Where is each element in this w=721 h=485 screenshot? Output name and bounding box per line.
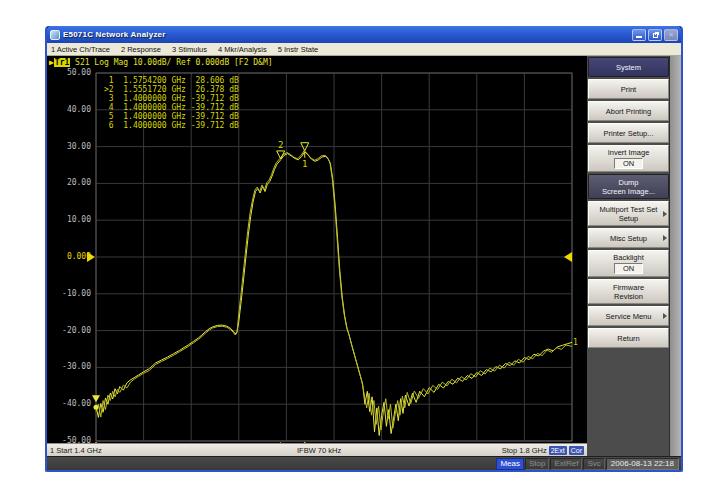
correction-badge: Cor	[569, 446, 584, 455]
close-button[interactable]: ×	[664, 29, 678, 41]
title-bar[interactable]: E5071C Network Analyzer ×	[47, 26, 681, 43]
display-area: ▶Tr1 S21 Log Mag 10.00dB/ Ref 0.000dB [F…	[47, 56, 587, 456]
y-axis-tick-label: -10.00	[57, 289, 91, 298]
ext-trigger-badge: 2Ext	[549, 446, 567, 455]
marker-number-label: 2	[278, 140, 283, 150]
app-icon	[50, 30, 60, 40]
extref-status-badge: ExtRef	[550, 458, 582, 470]
ifbw-readout: IFBW 70 kHz	[297, 446, 341, 455]
svc-status-badge: Svc	[583, 458, 604, 470]
minimize-button[interactable]	[632, 29, 646, 41]
softkey-backlight[interactable]: BacklightON	[588, 250, 669, 277]
trace-format-text: S21 Log Mag 10.00dB/ Ref 0.000dB [F2 D&M…	[70, 58, 272, 67]
ref-level-arrow-right-icon	[564, 252, 572, 262]
softkey-firmware-revision[interactable]: FirmwareRevision	[588, 279, 669, 304]
y-axis-tick-label: -20.00	[57, 326, 91, 335]
y-axis-tick-label: 20.00	[57, 178, 91, 187]
softkey-multiport-test-set-setup[interactable]: Multiport Test SetSetup	[588, 201, 669, 226]
start-frequency: 1 Start 1.4 GHz	[50, 446, 102, 455]
marker-readout-table: 1 1.5754200 GHz 28.606 dB>2 1.5551720 GH…	[104, 76, 239, 130]
softkey-service-menu[interactable]: Service Menu	[588, 306, 669, 326]
softkey-abort-printing[interactable]: Abort Printing	[588, 101, 669, 121]
y-axis-tick-label: 30.00	[57, 142, 91, 151]
menu-item-3[interactable]: 3 Stimulus	[172, 45, 207, 54]
ref-level-arrow-left-icon	[87, 252, 95, 262]
y-axis-tick-label: 10.00	[57, 215, 91, 224]
marker-glyph-dot	[94, 405, 99, 410]
toggle-state: ON	[614, 263, 643, 274]
softkey-column: SystemPrintAbort PrintingPrinter Setup..…	[587, 56, 669, 456]
marker-readout-row: 1 1.5754200 GHz 28.606 dB	[104, 76, 239, 85]
y-axis-tick-label: 40.00	[57, 105, 91, 114]
softkey-system[interactable]: System	[588, 57, 669, 77]
channel-status-bar: 1 Start 1.4 GHz IFBW 70 kHz Stop 1.8 GHz…	[47, 443, 587, 456]
menu-item-2[interactable]: 2 Response	[121, 45, 161, 54]
instrument-status-bar: Meas Stop ExtRef Svc 2006-08-13 22:18	[47, 456, 681, 470]
marker-readout-row: 6 1.4000000 GHz -39.712 dB	[104, 121, 239, 130]
submenu-arrow-icon	[663, 313, 667, 319]
y-axis-tick-label: -40.00	[57, 399, 91, 408]
softkey-return[interactable]: Return	[588, 328, 669, 348]
softkey-invert-image[interactable]: Invert ImageON	[588, 145, 669, 172]
y-axis-tick-label: 0.000	[57, 252, 91, 261]
marker-glyph-filled	[92, 395, 100, 402]
softkey-sidebar: SystemPrintAbort PrintingPrinter Setup..…	[587, 56, 681, 456]
menu-item-5[interactable]: 5 Instr State	[278, 45, 318, 54]
stop-status-badge: Stop	[525, 458, 549, 470]
minimize-icon	[636, 36, 642, 38]
stop-frequency: Stop 1.8 GHz	[502, 446, 547, 455]
marker-number-label: 1	[302, 159, 307, 169]
toggle-state: ON	[614, 158, 643, 169]
menu-item-4[interactable]: 4 Mkr/Analysis	[218, 45, 267, 54]
trace-label[interactable]: Tr1	[54, 58, 70, 67]
restore-button[interactable]	[648, 29, 662, 41]
window-title: E5071C Network Analyzer	[63, 30, 632, 39]
softkey-misc-setup[interactable]: Misc Setup	[588, 228, 669, 248]
marker-readout-row: 4 1.4000000 GHz -39.712 dB	[104, 103, 239, 112]
y-axis-tick-label: 50.00	[57, 68, 91, 77]
submenu-arrow-icon	[663, 235, 667, 241]
meas-status-badge: Meas	[496, 458, 524, 470]
close-icon: ×	[669, 30, 674, 39]
marker-readout-row: 5 1.4000000 GHz -39.712 dB	[104, 112, 239, 121]
submenu-arrow-icon	[663, 211, 667, 217]
menubar: 1 Active Ch/Trace2 Response3 Stimulus4 M…	[47, 43, 681, 56]
trace-end-number: 1	[573, 338, 578, 347]
app-window: E5071C Network Analyzer × 1 Active Ch/Tr…	[45, 26, 683, 472]
softkey-printer-setup[interactable]: Printer Setup...	[588, 123, 669, 143]
softkey-dump-screen-image[interactable]: DumpScreen Image...	[588, 174, 669, 199]
marker-readout-row: >2 1.5551720 GHz 26.378 dB	[104, 85, 239, 94]
softkey-gutter	[669, 56, 681, 456]
clock-readout: 2006-08-13 22:18	[606, 458, 679, 470]
softkey-print[interactable]: Print	[588, 79, 669, 99]
menu-item-1[interactable]: 1 Active Ch/Trace	[51, 45, 110, 54]
y-axis-tick-label: -30.00	[57, 362, 91, 371]
marker-readout-row: 3 1.4000000 GHz -39.712 dB	[104, 94, 239, 103]
